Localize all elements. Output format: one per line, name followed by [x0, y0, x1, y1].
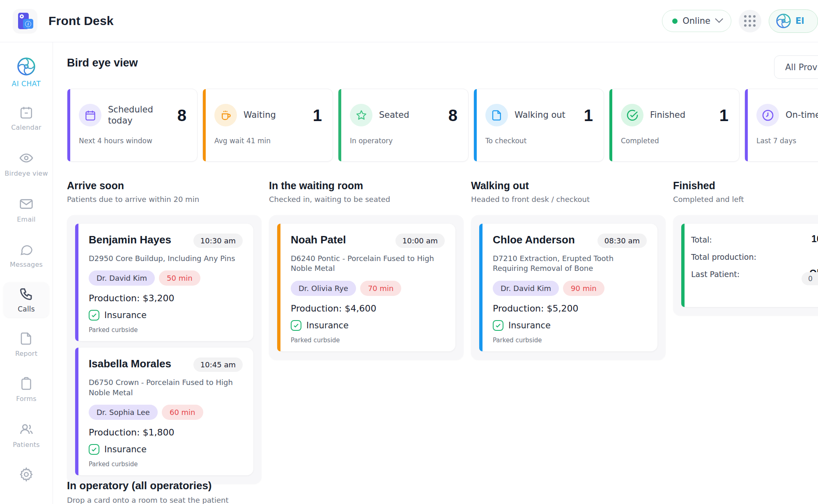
sidebar-item-calendar[interactable]: Calendar	[4, 101, 49, 135]
eye-icon	[18, 150, 34, 166]
patient-name: Chloe Anderson	[493, 234, 575, 246]
chat-bubble-icon	[19, 242, 34, 257]
stat-value: 1	[719, 106, 728, 125]
stat-value: 1	[584, 106, 593, 125]
patient-card-isabella-morales[interactable]: Isabella Morales 10:45 am D6750 Crown - …	[75, 348, 253, 475]
star-icon	[355, 109, 368, 121]
column-waiting-room: In the waiting room Checked in, waiting …	[269, 180, 464, 484]
check-icon	[91, 446, 97, 453]
stat-label: Scheduled today	[108, 104, 153, 126]
stat-label: Walking out	[515, 110, 565, 120]
stat-accent-bar	[338, 89, 341, 161]
stat-subtitle: Last 7 days	[756, 137, 796, 145]
main-content: Bird eye view All Provid Scheduled today…	[53, 42, 818, 504]
stat-card-seated[interactable]: Seated 8 In operatory	[338, 89, 469, 162]
summary-label: Total:	[691, 235, 712, 244]
stat-icon-wrap	[350, 104, 372, 126]
section-title-bird-eye-view: Bird eye view	[67, 57, 138, 69]
stat-accent-bar	[474, 89, 477, 161]
summary-label: Last Patient:	[691, 270, 740, 279]
column-subtitle: Checked in, waiting to be seated	[269, 195, 464, 204]
ai-chat-logo	[17, 57, 36, 76]
stat-subtitle: Next 4 hours window	[79, 137, 152, 145]
envelope-icon	[18, 196, 34, 212]
apps-grid-button[interactable]	[739, 10, 761, 32]
sidebar-item-label: Calendar	[11, 124, 41, 131]
app-logo-info-badge: i	[23, 19, 33, 29]
duration-chip: 60 min	[162, 405, 203, 420]
chevron-down-icon	[715, 15, 723, 23]
sidebar-nav: AI CHAT Calendar Birdeye view Email Mess	[0, 42, 53, 504]
stat-label: Waiting	[244, 110, 276, 120]
sidebar-item-label: Email	[17, 215, 35, 223]
top-bar: i Front Desk Online	[0, 0, 818, 42]
procedure-text: D7210 Extraction, Erupted Tooth Requirin…	[493, 254, 647, 274]
production-amount: Production: $4,600	[291, 303, 445, 314]
stat-accent-bar	[745, 89, 748, 161]
stat-card-waiting[interactable]: Waiting 1 Avg wait 41 min	[202, 89, 333, 162]
sidebar-item-report[interactable]: Report	[4, 327, 49, 362]
insurance-checkbox[interactable]	[291, 320, 301, 331]
app-logo[interactable]: i	[13, 9, 37, 33]
sidebar-item-settings[interactable]	[4, 463, 49, 486]
stat-subtitle: Completed	[621, 137, 659, 145]
column-dropzone[interactable]: Benjamin Hayes 10:30 am D2950 Core Build…	[67, 215, 262, 484]
page-title: Front Desk	[48, 14, 114, 28]
profile-name: El	[795, 16, 804, 26]
stat-card-on-time-rate[interactable]: On-time rat Last 7 days	[744, 89, 818, 162]
sidebar-item-label: Birdeye view	[5, 170, 48, 177]
patient-card-benjamin-hayes[interactable]: Benjamin Hayes 10:30 am D2950 Core Build…	[75, 224, 253, 341]
sidebar-item-patients[interactable]: Patients	[4, 417, 49, 453]
insurance-checkbox[interactable]	[89, 444, 99, 455]
patient-name: Benjamin Hayes	[89, 234, 171, 246]
stat-card-walking-out[interactable]: Walking out 1 To checkout	[473, 89, 604, 162]
duration-chip: 70 min	[360, 281, 402, 296]
column-subtitle: Completed and left	[673, 195, 818, 204]
procedure-text: D2950 Core Buildup, Including Any Pins	[89, 254, 243, 263]
sidebar-item-label: Patients	[13, 441, 40, 449]
sidebar-item-email[interactable]: Email	[4, 192, 49, 227]
sidebar-item-messages[interactable]: Messages	[4, 238, 49, 273]
stats-row: Scheduled today 8 Next 4 hours window W	[67, 89, 818, 162]
summary-label: Total production:	[691, 252, 756, 261]
column-dropzone[interactable]: Noah Patel 10:00 am D6240 Pontic - Porce…	[269, 215, 464, 360]
sidebar-item-forms[interactable]: Forms	[4, 372, 49, 407]
column-dropzone[interactable]: Chloe Anderson 08:30 am D7210 Extraction…	[471, 215, 666, 360]
check-icon	[91, 312, 97, 318]
section-title-in-operatory: In operatory (all operatories)	[67, 479, 229, 492]
patient-flow-columns: Arrive soon Patients due to arrive withi…	[67, 180, 818, 484]
sidebar-item-ai-chat[interactable]: AI CHAT	[4, 53, 49, 92]
column-title: In the waiting room	[269, 180, 464, 192]
stat-card-finished[interactable]: Finished 1 Completed	[609, 89, 740, 162]
insurance-checkbox[interactable]	[89, 310, 99, 321]
production-amount: Production: $1,800	[89, 427, 243, 438]
check-icon	[293, 322, 299, 329]
appointment-time-badge: 10:45 am	[193, 357, 243, 372]
stat-card-scheduled-today[interactable]: Scheduled today 8 Next 4 hours window	[67, 89, 198, 162]
column-finished: Finished Completed and left Total: 10 p …	[673, 180, 818, 484]
sidebar-item-calls[interactable]: Calls	[4, 282, 49, 317]
stat-icon-wrap	[79, 104, 101, 126]
stat-subtitle: To checkout	[485, 137, 526, 145]
insurance-checkbox[interactable]	[493, 320, 503, 331]
patient-card-chloe-anderson[interactable]: Chloe Anderson 08:30 am D7210 Extraction…	[479, 224, 657, 351]
patient-card-noah-patel[interactable]: Noah Patel 10:00 am D6240 Pontic - Porce…	[277, 224, 455, 351]
appointment-time-badge: 10:30 am	[193, 234, 243, 248]
card-accent-bar	[75, 348, 78, 475]
insurance-label: Insurance	[104, 310, 147, 320]
online-status-dropdown[interactable]: Online	[662, 10, 731, 32]
parked-note: Parked curbside	[291, 337, 445, 344]
patient-name: Noah Patel	[291, 234, 346, 246]
column-dropzone[interactable]: Total: 10 p Total production: $ Last Pat…	[673, 215, 818, 316]
file-icon	[491, 109, 503, 121]
doctor-chip: Dr. David Kim	[89, 270, 155, 286]
sidebar-item-birdeye-view[interactable]: Birdeye view	[4, 146, 49, 181]
section-subtitle-in-operatory: Drop a card onto a room to seat the pati…	[67, 496, 229, 504]
provider-filter-button[interactable]: All Provid	[774, 55, 818, 79]
column-walking-out: Walking out Headed to front desk / check…	[471, 180, 666, 484]
sidebar-item-label: Calls	[18, 305, 35, 313]
profile-button[interactable]: El	[769, 9, 818, 33]
stat-accent-bar	[67, 89, 70, 161]
sidebar-item-label: Report	[15, 350, 37, 357]
stat-value: 8	[177, 106, 186, 125]
